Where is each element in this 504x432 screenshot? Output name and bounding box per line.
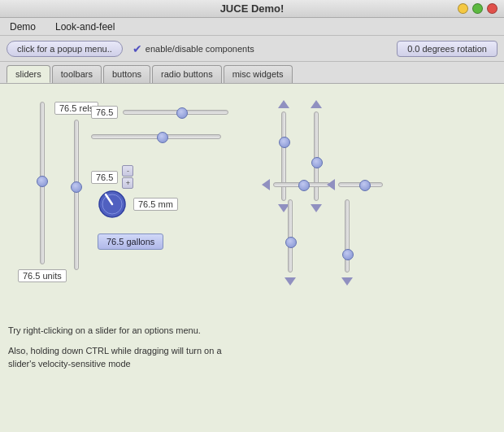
arrow-vslider2-thumb[interactable]: [311, 157, 323, 168]
arrow-vslider2-container: [311, 100, 322, 212]
main-content: 76.5 units 76.5 rels 76.5: [0, 84, 504, 432]
arrow-up-2[interactable]: [311, 100, 322, 108]
spinbox-minus-button[interactable]: -: [122, 165, 133, 177]
spinbox-container: 76.5 - +: [91, 165, 133, 189]
gallons-button[interactable]: 76.5 gallons: [98, 233, 163, 250]
info-text: Try right-clicking on a slider for an op…: [8, 324, 222, 371]
menu-demo[interactable]: Demo: [7, 20, 39, 34]
arrow-left-2[interactable]: [327, 179, 335, 190]
vslider1-thumb[interactable]: [37, 176, 48, 187]
hslider2-thumb[interactable]: [157, 132, 168, 143]
arrow-vslider4-container: [343, 199, 351, 287]
arrow-vslider3-thumb[interactable]: [285, 237, 297, 248]
maximize-button[interactable]: [472, 3, 483, 14]
arrow-down-4[interactable]: [341, 277, 353, 286]
arrow-up-1[interactable]: [278, 100, 289, 108]
tab-misc-widgets[interactable]: misc widgets: [224, 65, 293, 83]
enable-disable-toggle[interactable]: ✔ enable/disable components: [133, 42, 254, 55]
enable-label: enable/disable components: [146, 44, 254, 54]
menu-look-and-feel[interactable]: Look-and-feel: [52, 20, 118, 34]
tabs-bar: sliders toolbars buttons radio buttons m…: [0, 62, 504, 84]
app-window: JUCE Demo! Demo Look-and-feel click for …: [0, 0, 504, 432]
knob-container: 76.5 mm: [98, 190, 178, 219]
sliders-area: 76.5 units 76.5 rels 76.5: [10, 94, 494, 321]
gallons-container: 76.5 gallons: [98, 233, 163, 250]
vslider1-label: 76.5 units: [18, 269, 67, 282]
window-controls: [458, 3, 497, 14]
checkmark-icon: ✔: [133, 42, 142, 55]
spinbox-buttons: - +: [122, 165, 133, 189]
spinbox-value: 76.5: [91, 171, 118, 184]
knob[interactable]: [98, 190, 127, 219]
hslider1-container: 76.5: [91, 106, 228, 119]
tab-buttons[interactable]: buttons: [103, 65, 150, 83]
info-line3: slider's velocity-sensitive mode: [8, 357, 222, 371]
hslider2-track[interactable]: [91, 134, 221, 139]
spinbox-plus-button[interactable]: +: [122, 177, 133, 189]
arrow-vslider1-thumb[interactable]: [279, 137, 290, 148]
knob-svg: [98, 190, 127, 219]
vslider1-track[interactable]: [40, 102, 45, 264]
arrow-down-2[interactable]: [311, 204, 322, 212]
arrow-down-3[interactable]: [285, 277, 296, 286]
toolbar: click for a popup menu.. ✔ enable/disabl…: [0, 36, 504, 62]
hslider1-track[interactable]: [123, 110, 228, 115]
tab-radio-buttons[interactable]: radio buttons: [152, 65, 222, 83]
info-line1: Try right-clicking on a slider for an op…: [8, 324, 222, 338]
arrow-hslider1-container: [262, 179, 330, 190]
arrow-left-1[interactable]: [262, 179, 270, 190]
arrow-vslider4-thumb[interactable]: [342, 249, 354, 260]
tab-sliders[interactable]: sliders: [7, 65, 50, 83]
window-title: JUCE Demo!: [220, 2, 285, 15]
hslider1-thumb[interactable]: [176, 107, 188, 119]
arrow-vslider3-container: [286, 199, 294, 287]
arrow-hslider2-track[interactable]: [338, 182, 383, 187]
arrow-hslider2-container: [327, 179, 383, 190]
tab-toolbars[interactable]: toolbars: [52, 65, 102, 83]
title-bar: JUCE Demo!: [0, 0, 504, 18]
arrow-vslider1-container: [278, 100, 289, 212]
hslider1-value: 76.5: [91, 106, 118, 119]
arrow-vslider3-track[interactable]: [288, 199, 293, 273]
rotation-button[interactable]: 0.0 degrees rotation: [397, 41, 497, 57]
vslider2-thumb[interactable]: [71, 181, 82, 193]
knob-value-label: 76.5 mm: [133, 198, 178, 211]
hslider2-container: [91, 134, 221, 139]
minimize-button[interactable]: [458, 3, 468, 14]
popup-menu-button[interactable]: click for a popup menu..: [7, 41, 123, 57]
close-button[interactable]: [487, 3, 497, 14]
menu-bar: Demo Look-and-feel: [0, 18, 504, 36]
arrow-hslider1-thumb[interactable]: [298, 180, 310, 191]
info-line2: Also, holding down CTRL while dragging w…: [8, 344, 222, 358]
arrow-vslider4-track[interactable]: [345, 199, 350, 273]
vslider2-track[interactable]: [74, 120, 79, 270]
arrow-hslider2-thumb[interactable]: [359, 180, 371, 191]
arrow-hslider1-track[interactable]: [273, 182, 330, 187]
